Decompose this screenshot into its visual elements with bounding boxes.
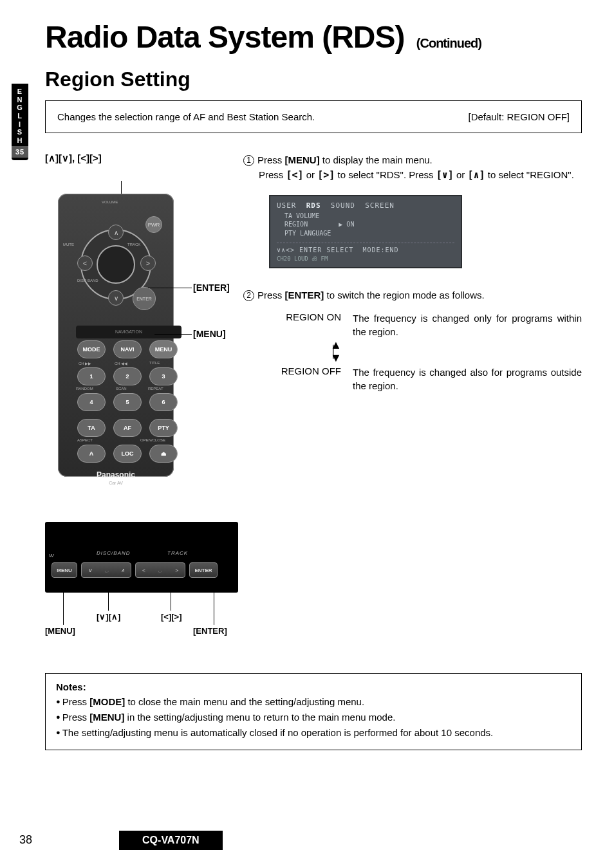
sub-random: RANDOM	[76, 387, 93, 391]
leader-line	[63, 593, 64, 625]
note-item: Press [MODE] to close the main menu and …	[56, 695, 571, 709]
a-button[interactable]: A	[77, 445, 106, 463]
track-label: TRACK	[127, 243, 140, 246]
brand-label: Panasonic Car AV	[58, 470, 174, 485]
step-number-icon: 1	[243, 155, 254, 166]
note-item: The setting/adjusting menu is automatica…	[56, 726, 571, 740]
step-2: 2Press [ENTER] to switch the region mode…	[243, 288, 582, 302]
panel-callout-updown: [∨][∧]	[97, 612, 120, 622]
arrow-left-button[interactable]: <	[77, 255, 93, 271]
leader-line	[148, 288, 192, 288]
mode-on-desc: The frequency is changed only for progra…	[353, 311, 582, 338]
notes-box: Notes: Press [MODE] to close the main me…	[45, 673, 582, 750]
panel-discband-label: DISC/BAND	[97, 550, 131, 556]
arrow-right-button[interactable]: >	[140, 255, 156, 271]
intro-box: Changes the selection range of AF and Be…	[45, 100, 582, 133]
toggle-arrow-icon: ▲│▼	[330, 342, 582, 362]
title-main: Radio Data System (RDS)	[45, 20, 404, 54]
sub-repeat: REPEAT	[148, 387, 163, 391]
sub-scan: SCAN	[116, 387, 127, 391]
row-123: 1 2 3	[77, 367, 178, 385]
mode-row-on: REGION ON The frequency is changed only …	[269, 311, 582, 338]
enter-button[interactable]: ENTER	[133, 287, 156, 310]
eject-button[interactable]: ⏏	[149, 445, 178, 463]
pty-button[interactable]: PTY	[149, 419, 178, 437]
row-ta-af-pty: TA AF PTY	[77, 419, 178, 437]
dpad-ring-inner	[97, 245, 135, 284]
remote-figure: VOLUME ∧ ∨ < > MUTE TRACK DISC·BAND PWR …	[45, 168, 206, 490]
num-2-button[interactable]: 2	[113, 367, 142, 385]
navi-button[interactable]: NAVI	[113, 340, 142, 358]
sub-aspect: ASPECT	[77, 438, 93, 442]
leader-line	[108, 593, 109, 611]
panel-menu-button[interactable]: MENU	[51, 562, 77, 578]
num-1-button[interactable]: 1	[77, 367, 106, 385]
side-page-ref: 35	[12, 146, 28, 158]
power-button[interactable]: PWR	[145, 216, 162, 233]
panel-callouts: [∨][∧] [<][>] [MENU] [ENTER]	[45, 593, 238, 634]
num-5-button[interactable]: 5	[113, 393, 142, 411]
model-badge: CQ-VA707N	[119, 831, 223, 850]
enter-callout: [ENTER]	[193, 282, 230, 293]
row-456: 4 5 6	[77, 393, 178, 411]
discband-label: DISC·BAND	[77, 279, 98, 282]
lcd-tabs: USER RDS SOUND SCREEN	[277, 201, 454, 210]
navigation-strip: NAVIGATION	[76, 326, 181, 338]
sub-title: TITLE	[149, 361, 160, 365]
notes-list: Press [MODE] to close the main menu and …	[56, 695, 571, 739]
panel-w-label: W	[49, 553, 54, 559]
panel-callout-enter: [ENTER]	[193, 626, 227, 636]
mode-off-label: REGION OFF	[269, 365, 353, 392]
row-mode-navi-menu: MODE NAVI MENU	[77, 340, 178, 358]
mode-off-desc: The frequency is changed also for progra…	[353, 365, 582, 392]
step-1-detail: Press [<] or [>] to select "RDS". Press …	[259, 167, 582, 183]
lcd-rows: TA VOLUME REGION ▶ ON PTY LANGUAGE	[277, 212, 454, 238]
panel-callout-leftright: [<][>]	[161, 612, 182, 622]
volume-label: VOLUME	[102, 200, 118, 204]
section-heading: Region Setting	[45, 68, 582, 91]
num-4-button[interactable]: 4	[77, 393, 106, 411]
mode-row-off: REGION OFF The frequency is changed also…	[269, 365, 582, 392]
title-continued: (Continued)	[416, 36, 481, 50]
intro-default: [Default: REGION OFF]	[468, 111, 570, 122]
lcd-status: CH20 LOUD ㏈ FM	[277, 255, 454, 263]
sub-ch2: CH ◀◀	[115, 361, 127, 365]
menu-callout: [MENU]	[193, 329, 226, 339]
mode-block: REGION ON The frequency is changed only …	[269, 311, 582, 392]
lang-letters: E N G L I S H	[12, 88, 28, 144]
arrow-up-button[interactable]: ∧	[108, 225, 124, 240]
leader-line	[171, 593, 171, 611]
step-number-icon: 2	[243, 290, 254, 301]
panel-box: W DISC/BAND TRACK MENU ∨ ◡ ∧ < ◡ > ENTE	[45, 522, 238, 593]
remote-body: VOLUME ∧ ∨ < > MUTE TRACK DISC·BAND PWR …	[58, 194, 174, 477]
panel-figure: W DISC/BAND TRACK MENU ∨ ◡ ∧ < ◡ > ENTE	[45, 522, 238, 634]
panel-updown-rocker[interactable]: ∨ ◡ ∧	[81, 562, 131, 578]
af-button[interactable]: AF	[113, 419, 142, 437]
language-tab: E N G L I S H 35	[12, 84, 28, 160]
page-title: Radio Data System (RDS) (Continued)	[45, 19, 582, 55]
panel-enter-button[interactable]: ENTER	[189, 562, 218, 578]
leader-line	[214, 593, 214, 625]
panel-callout-menu: [MENU]	[45, 626, 75, 636]
sub-openclose: OPEN/CLOSE	[140, 438, 165, 442]
note-item: Press [MENU] in the setting/adjusting me…	[56, 710, 571, 725]
page-number: 38	[19, 833, 32, 846]
row-a-loc-eject: A LOC ⏏	[77, 445, 178, 463]
sub-ch1: CH ▶▶	[79, 361, 91, 365]
panel-leftright-rocker[interactable]: < ◡ >	[135, 562, 185, 578]
arrow-down-button[interactable]: ∨	[108, 290, 124, 306]
intro-description: Changes the selection range of AF and Be…	[57, 111, 315, 122]
lcd-screenshot: USER RDS SOUND SCREEN TA VOLUME REGION ▶…	[269, 195, 462, 269]
menu-button[interactable]: MENU	[149, 340, 178, 358]
panel-track-label: TRACK	[167, 550, 188, 556]
leader-line	[154, 334, 192, 335]
num-6-button[interactable]: 6	[149, 393, 178, 411]
num-3-button[interactable]: 3	[149, 367, 178, 385]
lcd-help: ∨∧<> ENTER SELECT MODE:END	[277, 243, 454, 254]
remote-keys-label: [∧][∨], [<][>]	[45, 152, 225, 164]
ta-button[interactable]: TA	[77, 419, 106, 437]
mode-button[interactable]: MODE	[77, 340, 106, 358]
loc-button[interactable]: LOC	[113, 445, 142, 463]
notes-heading: Notes:	[56, 681, 571, 692]
mute-label: MUTE	[63, 243, 74, 246]
